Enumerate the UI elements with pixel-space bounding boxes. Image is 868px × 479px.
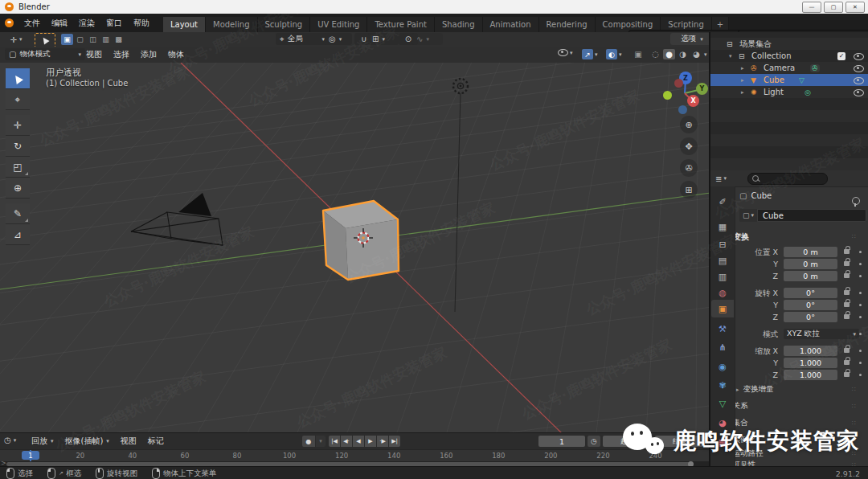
lock-icon[interactable] bbox=[844, 314, 850, 319]
transform-value-field[interactable]: 0° bbox=[784, 288, 837, 298]
outliner-item-label[interactable]: Cube bbox=[764, 76, 784, 84]
workspace-tab[interactable]: UV Editing bbox=[310, 17, 367, 32]
outliner-item-label[interactable]: Light bbox=[764, 88, 784, 96]
solid-shading-icon[interactable]: ● bbox=[663, 49, 675, 59]
lock-icon[interactable] bbox=[844, 348, 850, 353]
properties-editor-type[interactable]: ≣ ▾ bbox=[715, 174, 727, 183]
outliner-row[interactable]: ▸▼Cube▽ bbox=[710, 74, 868, 86]
lock-icon[interactable] bbox=[844, 290, 850, 295]
outliner-row[interactable]: ▾⊟Collection✓ bbox=[710, 50, 868, 62]
collection-checkbox[interactable]: ✓ bbox=[837, 52, 845, 60]
current-frame-field[interactable]: 1 bbox=[538, 436, 585, 447]
properties-tab-world[interactable]: ◍ bbox=[711, 284, 734, 301]
outliner-item-label[interactable]: 场景集合 bbox=[739, 39, 772, 50]
camera-object[interactable] bbox=[131, 193, 223, 245]
lock-icon[interactable] bbox=[844, 261, 850, 266]
playhead-frame-label[interactable]: 1 bbox=[22, 451, 39, 460]
mode-dropdown[interactable]: ▢ 物体模式 ▾ bbox=[5, 48, 85, 60]
timeline-ruler[interactable]: 20406080100120140160180200220240 1 bbox=[0, 449, 710, 461]
visibility-eye-icon[interactable] bbox=[854, 65, 864, 72]
timeline-menu-item[interactable]: 回放▾ bbox=[26, 433, 59, 449]
snap-with-dropdown[interactable]: ⊞ ▾ bbox=[368, 33, 399, 45]
animate-dot-icon[interactable] bbox=[859, 292, 862, 294]
expander-icon[interactable]: ▸ bbox=[741, 77, 744, 84]
expander-icon[interactable]: ▸ bbox=[741, 65, 744, 72]
falloff-dropdown[interactable]: ∿ ▾ bbox=[412, 33, 443, 45]
timeline-menu-item[interactable]: 视图 bbox=[115, 433, 142, 449]
menubar-menu-item[interactable]: 编辑 bbox=[46, 14, 73, 32]
visibility-eye-icon[interactable] bbox=[854, 53, 864, 60]
timeline-menu-item[interactable]: 标记 bbox=[142, 433, 170, 449]
visibility-eye-icon[interactable] bbox=[854, 89, 864, 96]
viewport-menu-item[interactable]: 物体 bbox=[162, 47, 190, 63]
options-button[interactable]: 选项 ▾ bbox=[670, 33, 714, 45]
workspace-tab[interactable]: Layout bbox=[163, 17, 206, 32]
viewport-tool-button[interactable]: ⊿ bbox=[6, 224, 30, 245]
workspace-tab[interactable]: Sculpting bbox=[258, 17, 311, 32]
transport-prev-keyframe[interactable]: ◀· bbox=[341, 436, 352, 447]
animate-dot-icon[interactable] bbox=[859, 374, 862, 376]
transform-value-field[interactable]: 0 m bbox=[784, 247, 837, 257]
animate-dot-icon[interactable] bbox=[859, 362, 862, 364]
properties-tab-scene[interactable]: ▥ bbox=[711, 268, 734, 285]
select-mode-icon[interactable]: ▥ bbox=[100, 34, 112, 45]
properties-tab-physics[interactable]: ◉ bbox=[711, 358, 734, 375]
transform-value-field[interactable]: 0° bbox=[784, 300, 837, 310]
editor-type-button[interactable]: ✛ ▾ bbox=[4, 33, 28, 46]
transport-play-reverse[interactable]: ◀ bbox=[353, 436, 364, 447]
pin-icon[interactable] bbox=[852, 197, 860, 205]
transport-jump-to-start[interactable]: |◀ bbox=[329, 436, 340, 447]
menubar-menu-item[interactable]: 文件 bbox=[18, 14, 46, 32]
keying-set-dropdown[interactable]: ▾ bbox=[316, 436, 326, 447]
animate-dot-icon[interactable] bbox=[859, 333, 862, 335]
overlays-dropdown[interactable]: ◐ ▾ bbox=[606, 49, 622, 59]
menubar-menu-item[interactable]: 帮助 bbox=[128, 14, 155, 32]
animate-dot-icon[interactable] bbox=[859, 350, 862, 352]
properties-tab-output[interactable]: ⊟ bbox=[711, 235, 734, 253]
properties-tab-render[interactable]: ▦ bbox=[711, 218, 734, 235]
light-object[interactable] bbox=[453, 79, 468, 312]
xray-toggle[interactable]: ▣ bbox=[632, 49, 645, 59]
properties-tab-object[interactable]: ▣ bbox=[711, 300, 734, 317]
properties-tab-modifiers[interactable]: ⚒ bbox=[711, 320, 734, 338]
viewport-menu-item[interactable]: 添加 bbox=[135, 47, 162, 63]
outliner-row[interactable]: ⊟场景集合 bbox=[710, 38, 868, 50]
minimize-button[interactable]: — bbox=[802, 2, 821, 13]
close-button[interactable]: ✕ bbox=[845, 2, 865, 13]
workspace-tab[interactable]: Shading bbox=[435, 17, 483, 32]
properties-tab-data[interactable]: ▽ bbox=[711, 395, 734, 412]
transport-next-keyframe[interactable]: ·▶ bbox=[377, 436, 388, 447]
viewport-tool-button[interactable] bbox=[6, 68, 30, 89]
viewport-nav-button[interactable]: ✇ bbox=[680, 159, 698, 177]
viewport-tool-button[interactable]: ↻ bbox=[6, 136, 30, 157]
menubar-menu-item[interactable]: 窗口 bbox=[100, 14, 128, 32]
select-mode-icon[interactable]: ▩ bbox=[113, 34, 125, 45]
cube-object[interactable] bbox=[323, 201, 399, 280]
workspace-tab[interactable]: Modeling bbox=[206, 17, 258, 32]
properties-tab-tool[interactable]: ✐ bbox=[711, 193, 734, 211]
animate-dot-icon[interactable] bbox=[859, 316, 862, 318]
outliner-row[interactable]: ▸✺Light◎ bbox=[710, 86, 868, 98]
pivot-point-dropdown[interactable]: ◎ ▾ bbox=[325, 33, 352, 45]
transport-play[interactable]: ▶ bbox=[365, 436, 376, 447]
viewport-tool-button[interactable]: ⊕ bbox=[6, 178, 30, 199]
navigation-gizmo[interactable]: Z Y X bbox=[655, 64, 710, 121]
workspace-tab[interactable]: Texture Paint bbox=[367, 17, 435, 32]
viewport-nav-button[interactable]: ⊕ bbox=[680, 116, 698, 133]
select-mode-icon[interactable]: ▣ bbox=[61, 34, 73, 45]
material-preview-icon[interactable]: ◑ bbox=[677, 49, 689, 59]
axis-neg-y-ball[interactable] bbox=[663, 91, 672, 100]
viewport-3d[interactable]: 用户透视 (1) Collection | Cube ⌖✛↻◰⊕✎⊿ Z Y X… bbox=[0, 63, 710, 432]
animate-dot-icon[interactable] bbox=[859, 251, 862, 253]
menubar-menu-item[interactable]: 渲染 bbox=[73, 14, 100, 32]
auto-keying-toggle[interactable]: ● bbox=[302, 436, 315, 447]
animate-dot-icon[interactable] bbox=[859, 304, 862, 306]
visibility-eye-icon[interactable] bbox=[854, 77, 864, 84]
axis-y-ball[interactable]: Y bbox=[696, 83, 708, 95]
timeline-menu-item[interactable]: 抠像(插帧)▾ bbox=[59, 433, 115, 449]
viewport-nav-button[interactable]: ✥ bbox=[680, 137, 698, 155]
lock-icon[interactable] bbox=[844, 302, 850, 307]
gizmos-dropdown[interactable]: ↗ ▾ bbox=[582, 49, 598, 59]
object-name-field[interactable]: Cube bbox=[757, 209, 866, 222]
axis-neg-x-ball[interactable] bbox=[674, 79, 683, 88]
